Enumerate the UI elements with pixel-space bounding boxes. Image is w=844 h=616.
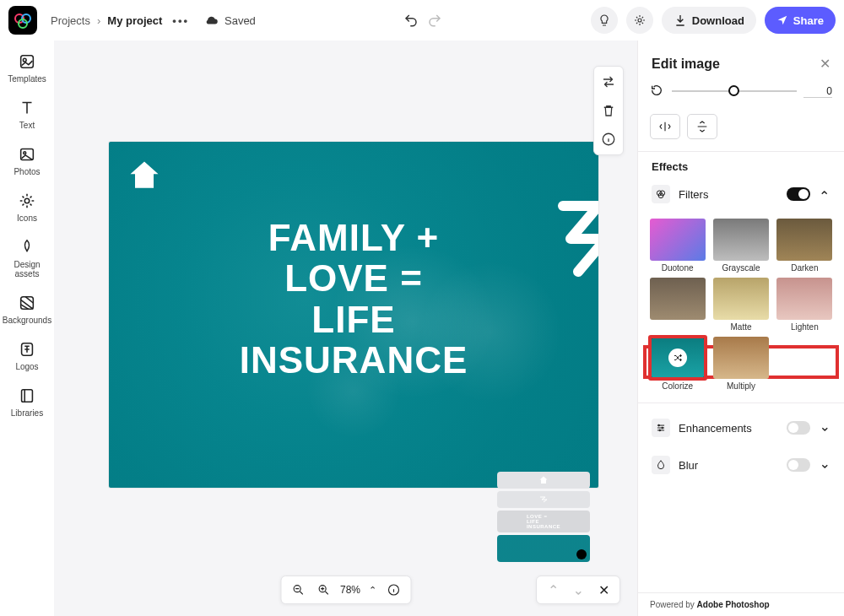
rail-label: Design assets <box>2 260 52 278</box>
filter-item-darken[interactable]: Darken <box>776 219 834 273</box>
filter-item-grayscale[interactable]: Grayscale <box>711 219 770 273</box>
trash-icon[interactable] <box>601 100 616 121</box>
page-prev-icon[interactable]: ⌃ <box>545 582 560 597</box>
breadcrumb-root[interactable]: Projects <box>51 14 90 27</box>
topbar-center <box>262 13 584 28</box>
filter-thumb <box>650 278 706 320</box>
house-icon <box>126 157 163 194</box>
flip-row <box>638 105 844 151</box>
rail-label: Text <box>19 121 35 130</box>
divider <box>638 403 844 403</box>
layer-effect-icon <box>576 549 587 559</box>
filter-label: Darken <box>791 263 818 273</box>
filter-label: Multiply <box>727 381 755 391</box>
filter-label: Grayscale <box>722 263 760 273</box>
blur-row[interactable]: Blur ⌃ <box>645 449 837 481</box>
rail-photos[interactable]: Photos <box>2 145 52 176</box>
svg-point-5 <box>23 58 26 62</box>
filters-row[interactable]: Filters ⌃ <box>645 178 837 210</box>
panel-title: Edit image <box>652 57 720 72</box>
redo-icon[interactable] <box>427 13 442 28</box>
filter-thumb <box>713 337 769 379</box>
slider-value[interactable]: 0 <box>803 85 832 98</box>
filter-item-matte[interactable]: Matte <box>711 278 770 332</box>
headline-line: FAMILY + <box>109 218 598 258</box>
enhancements-toggle[interactable] <box>787 421 810 435</box>
svg-point-8 <box>24 198 30 203</box>
flip-horizontal-icon[interactable] <box>650 114 680 139</box>
filter-item-duotone[interactable]: Duotone <box>648 219 706 273</box>
rail-libraries[interactable]: Libraries <box>2 386 52 418</box>
layer-chip-text[interactable]: LOVE =LIFEINSURANCE <box>497 511 590 532</box>
footer-brand: Adobe Photoshop <box>697 600 770 609</box>
layer-chip-house[interactable] <box>497 472 590 489</box>
undo-icon[interactable] <box>403 13 419 28</box>
chevron-up-icon[interactable]: ⌃ <box>819 188 830 200</box>
close-icon[interactable]: ✕ <box>820 56 830 72</box>
slider-track[interactable] <box>672 90 797 92</box>
canvas[interactable]: FAMILY + LOVE = LIFE INSURANCE <box>109 142 598 488</box>
page-next-icon[interactable]: ⌃ <box>571 582 586 597</box>
close-pages-icon[interactable]: ✕ <box>596 582 611 597</box>
filter-thumb <box>650 219 706 261</box>
info-icon[interactable] <box>601 129 616 149</box>
rail-label: Icons <box>17 213 37 223</box>
canvas-headline[interactable]: FAMILY + LOVE = LIFE INSURANCE <box>109 218 598 381</box>
headline-line: LOVE = <box>109 258 598 299</box>
rail-logos[interactable]: Logos <box>2 340 52 371</box>
download-label: Download <box>692 14 744 27</box>
download-button[interactable]: Download <box>662 7 756 34</box>
reset-icon[interactable] <box>650 84 665 99</box>
zoom-info-icon[interactable] <box>385 581 402 598</box>
rail-text[interactable]: Text <box>2 99 52 130</box>
panel-footer: Powered by Adobe Photoshop <box>638 592 844 616</box>
filters-toggle[interactable] <box>787 187 810 201</box>
chevron-down-icon[interactable]: ⌃ <box>819 422 830 434</box>
share-button[interactable]: Share <box>765 7 836 34</box>
filter-label: Matte <box>730 322 751 332</box>
rail-icons[interactable]: Icons <box>2 192 52 223</box>
rail-backgrounds[interactable]: Backgrounds <box>2 294 52 325</box>
zoom-in-icon[interactable] <box>315 581 332 598</box>
blur-label: Blur <box>679 459 778 472</box>
canvas-float-panel <box>593 66 624 155</box>
zoom-bar: 78% ⌃ <box>280 575 411 604</box>
filter-label: Lighten <box>791 322 819 332</box>
svg-point-21 <box>659 430 661 431</box>
enhancements-row[interactable]: Enhancements ⌃ <box>645 412 837 444</box>
right-panel-header: Edit image ✕ <box>638 41 844 78</box>
filters-icon <box>652 185 670 203</box>
send-icon <box>776 14 788 26</box>
zoom-percent[interactable]: 78% <box>340 584 360 596</box>
stage: FAMILY + LOVE = LIFE INSURANCE LOVE =LIF… <box>54 41 637 616</box>
layer-stack: LOVE =LIFEINSURANCE <box>497 472 590 562</box>
filter-item-lighten[interactable]: Lighten <box>776 278 834 332</box>
enhancements-accordion: Enhancements ⌃ <box>645 412 837 444</box>
filter-item-colorize[interactable]: Colorize <box>648 337 706 391</box>
breadcrumb: Projects › My project ••• Saved <box>51 13 256 28</box>
layer-chip-photo[interactable] <box>497 535 590 562</box>
blur-toggle[interactable] <box>787 458 810 472</box>
rail-design-assets[interactable]: Design assets <box>2 238 52 278</box>
filter-item-slot3[interactable] <box>648 278 706 332</box>
flip-vertical-icon[interactable] <box>687 114 717 139</box>
swap-icon[interactable] <box>601 72 616 92</box>
chevron-up-icon[interactable]: ⌃ <box>369 585 376 596</box>
svg-point-19 <box>658 424 660 426</box>
zoom-out-icon[interactable] <box>289 581 306 598</box>
app-logo[interactable] <box>8 6 37 35</box>
rail-templates[interactable]: Templates <box>2 52 52 84</box>
slider-knob[interactable] <box>728 85 739 96</box>
layer-chip-zigzag[interactable] <box>497 491 590 508</box>
more-options-icon[interactable]: ••• <box>169 14 192 27</box>
svg-point-7 <box>24 152 26 154</box>
saved-label: Saved <box>225 14 256 27</box>
lightbulb-icon[interactable] <box>591 7 618 34</box>
shuffle-icon[interactable] <box>668 349 687 367</box>
enhancements-icon <box>652 419 670 437</box>
breadcrumb-project[interactable]: My project <box>107 14 162 27</box>
sparkle-icon[interactable] <box>626 7 653 34</box>
filter-item-multiply[interactable]: Multiply <box>711 337 770 391</box>
chevron-down-icon[interactable]: ⌃ <box>819 459 830 471</box>
page-nav-bar: ⌃ ⌃ ✕ <box>536 575 620 604</box>
